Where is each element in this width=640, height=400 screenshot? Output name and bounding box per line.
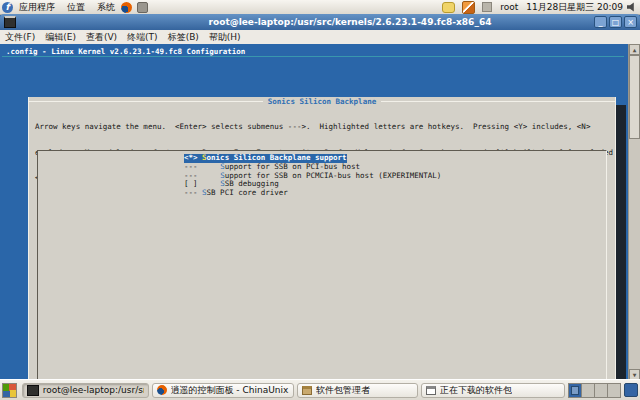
menu-item-ssb-pci-core[interactable]: --- SSB PCI core driver bbox=[184, 189, 441, 198]
terminal-menubar: 文件(F) 编辑(E) 查看(V) 终端(T) 标签(B) 帮助(H) bbox=[0, 30, 640, 45]
system-menu[interactable]: 系统 bbox=[91, 1, 121, 14]
input-method-icon[interactable] bbox=[462, 1, 475, 14]
terminal-window-icon bbox=[4, 16, 16, 28]
terminal-scrollbar[interactable]: ▲ ▼ bbox=[628, 44, 640, 380]
terminal-content[interactable]: .config - Linux Kernel v2.6.23.1-49.fc8 … bbox=[0, 44, 640, 380]
kconfig-dialog-title: Sonics Silicon Backplane bbox=[268, 97, 376, 106]
taskbar-item-terminal[interactable]: root@lee-laptop:/usr/src/ker… bbox=[22, 383, 149, 398]
kconfig-menu-list: <*> Sonics Silicon Backplane support ---… bbox=[37, 150, 607, 380]
workspace-1[interactable] bbox=[569, 384, 582, 397]
terminal-icon bbox=[27, 385, 39, 396]
scrollbar-thumb[interactable] bbox=[629, 55, 640, 139]
places-menu[interactable]: 位置 bbox=[61, 1, 91, 14]
menu-terminal[interactable]: 终端(T) bbox=[122, 31, 163, 44]
workspace-window-thumb bbox=[571, 386, 579, 395]
top-panel: f 应用程序 位置 系统 root 11月28日星期三 20:09 bbox=[0, 0, 640, 15]
tray-icon[interactable] bbox=[482, 2, 492, 12]
window-controls: _ □ × bbox=[594, 16, 637, 28]
taskbar-item-downloads[interactable]: 正在下载的软件包 bbox=[421, 383, 565, 398]
minimize-button[interactable]: _ bbox=[594, 16, 607, 28]
applications-menu[interactable]: 应用程序 bbox=[13, 1, 61, 14]
desktop: f 应用程序 位置 系统 root 11月28日星期三 20:09 root@l… bbox=[0, 0, 640, 400]
taskbar-item-firefox[interactable]: 逍遥的控制面板 - ChinaUnix… bbox=[152, 383, 294, 398]
menu-edit[interactable]: 编辑(E) bbox=[40, 31, 81, 44]
instruction-line: Arrow keys navigate the menu. <Enter> se… bbox=[35, 123, 613, 132]
screenshot-tool-icon[interactable] bbox=[137, 2, 148, 13]
user-switcher[interactable]: root bbox=[500, 2, 518, 12]
title-rule-right bbox=[381, 101, 615, 102]
show-desktop-button[interactable] bbox=[2, 383, 17, 398]
update-notifier-icon[interactable] bbox=[442, 2, 455, 13]
title-rule-left bbox=[29, 101, 263, 102]
bottom-taskbar: root@lee-laptop:/usr/src/ker… 逍遥的控制面板 - … bbox=[0, 379, 640, 400]
task-label: 正在下载的软件包 bbox=[440, 384, 512, 397]
fedora-menu-icon[interactable]: f bbox=[2, 2, 13, 13]
taskbar-applet-icon[interactable] bbox=[624, 383, 638, 397]
terminal-titlebar[interactable]: root@lee-laptop:/usr/src/kernels/2.6.23.… bbox=[0, 14, 640, 30]
kconfig-header-rule bbox=[2, 56, 624, 57]
workspace-3[interactable] bbox=[595, 384, 608, 397]
menu-help[interactable]: 帮助(H) bbox=[204, 31, 246, 44]
taskbar-item-package-manager[interactable]: 软件包管理者 bbox=[297, 383, 418, 398]
scroll-up-icon[interactable]: ▲ bbox=[629, 44, 640, 55]
volume-icon[interactable] bbox=[627, 2, 637, 12]
workspace-4[interactable] bbox=[608, 384, 620, 397]
kconfig-header: .config - Linux Kernel v2.6.23.1-49.fc8 … bbox=[6, 47, 245, 56]
menu-view[interactable]: 查看(V) bbox=[81, 31, 122, 44]
menu-file[interactable]: 文件(F) bbox=[0, 31, 40, 44]
kconfig-menu-items: <*> Sonics Silicon Backplane support ---… bbox=[184, 154, 441, 198]
close-button[interactable]: × bbox=[624, 16, 637, 28]
clock-applet[interactable]: 11月28日星期三 20:09 bbox=[526, 1, 623, 14]
window-icon bbox=[426, 386, 436, 395]
firefox-launcher-icon[interactable] bbox=[121, 2, 132, 13]
workspace-2[interactable] bbox=[582, 384, 595, 397]
window-title: root@lee-laptop:/usr/src/kernels/2.6.23.… bbox=[120, 17, 580, 27]
menu-tabs[interactable]: 标签(B) bbox=[163, 31, 204, 44]
firefox-icon bbox=[157, 385, 167, 395]
maximize-button[interactable]: □ bbox=[609, 16, 622, 28]
kconfig-dialog-titlerow: Sonics Silicon Backplane bbox=[29, 97, 615, 105]
package-icon bbox=[302, 386, 312, 395]
task-label: 逍遥的控制面板 - ChinaUnix… bbox=[171, 384, 289, 397]
kconfig-dialog: Sonics Silicon Backplane Arrow keys navi… bbox=[28, 97, 616, 380]
workspace-switcher bbox=[568, 383, 621, 398]
task-label: 软件包管理者 bbox=[316, 384, 370, 397]
task-label: root@lee-laptop:/usr/src/ker… bbox=[43, 385, 144, 395]
